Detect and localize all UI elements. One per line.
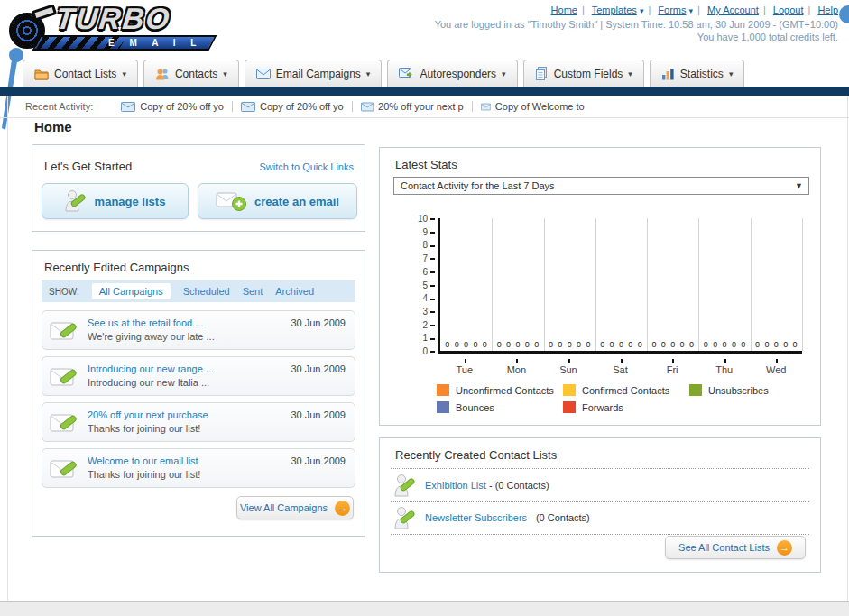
activity-item-label: Copy of 20% off yo <box>140 101 224 112</box>
logo-subtitle: E M A I L <box>108 38 202 48</box>
contact-activity-chart: 00000000000000000000000000000000000 0123… <box>393 218 808 381</box>
campaign-date: 30 Jun 2009 <box>291 317 346 328</box>
tab-statistics[interactable]: Statistics ▾ <box>650 60 745 87</box>
tab-custom-fields[interactable]: Custom Fields ▾ <box>523 60 644 87</box>
email-campaigns-icon <box>256 69 271 79</box>
manage-lists-button[interactable]: manage lists <box>42 183 189 219</box>
latest-stats-panel: Latest Stats Contact Activity for the La… <box>379 147 821 426</box>
recent-activity-bar: Recent Activity: Copy of 20% off yo Copy… <box>0 96 849 118</box>
filter-all-campaigns[interactable]: All Campaigns <box>92 283 171 299</box>
x-axis-label: Sun <box>542 358 595 375</box>
create-an-email-label: create an email <box>254 195 339 208</box>
nav-link-forms[interactable]: Forms <box>658 5 686 15</box>
recent-activity-label: Recent Activity: <box>25 101 93 112</box>
data-value-label: 0 <box>680 340 685 349</box>
campaign-row[interactable]: 20% off your next purchase Thanks for jo… <box>42 402 355 442</box>
data-value-label: 0 <box>793 340 798 349</box>
view-all-campaigns-button[interactable]: View All Campaigns → <box>236 496 354 519</box>
nav-link-templates[interactable]: Templates <box>592 5 637 15</box>
filter-scheduled[interactable]: Scheduled <box>183 286 230 297</box>
separator: | <box>807 5 810 15</box>
tab-autoresponders[interactable]: Autoresponders ▾ <box>387 60 517 87</box>
caret-down-icon: ▾ <box>640 6 644 15</box>
chart-day-group: 00000 <box>647 218 698 351</box>
legend-item: Unconfirmed Contacts <box>437 384 563 396</box>
contact-list-link[interactable]: Exhibition List - (0 Contacts) <box>425 480 549 491</box>
contact-list-row[interactable]: Newsletter Subscribers - (0 Contacts) <box>394 505 809 532</box>
filter-archived[interactable]: Archived <box>275 286 314 297</box>
chart-day-group: 00000 <box>751 218 802 351</box>
data-value-label: 0 <box>525 340 530 349</box>
dotted-separator <box>391 501 809 502</box>
tab-email-campaigns[interactable]: Email Campaigns ▾ <box>245 60 383 87</box>
recent-activity-item[interactable]: Copy of Welcome to <box>473 101 593 112</box>
gridline <box>544 218 545 351</box>
arrow-right-icon: → <box>777 540 792 556</box>
campaign-title-link[interactable]: See us at the retail food ... <box>88 317 203 328</box>
campaign-subtitle: Introducing our new Italia ... <box>88 377 209 388</box>
campaign-row[interactable]: Welcome to our email list Thanks for joi… <box>42 448 355 488</box>
caret-down-icon: ▾ <box>223 69 227 78</box>
caret-down-icon: ▾ <box>502 69 506 78</box>
caret-down-icon: ▾ <box>729 69 734 78</box>
statistics-icon <box>661 68 675 80</box>
see-all-contact-lists-label: See All Contact Lists <box>678 542 770 553</box>
chart-day-group: 00000 <box>492 218 543 351</box>
data-value-label: 0 <box>534 340 539 349</box>
recent-activity-item[interactable]: Copy of 20% off yo <box>233 101 353 112</box>
recent-activity-item[interactable]: Copy of 20% off yo <box>113 101 233 112</box>
stats-report-dropdown[interactable]: Contact Activity for the Last 7 Days ▼ <box>393 177 809 195</box>
manage-lists-label: manage lists <box>95 195 166 208</box>
contact-list-count: - (0 Contacts) <box>489 480 549 491</box>
data-value-label: 0 <box>464 340 468 349</box>
nav-link-home[interactable]: Home <box>551 5 577 15</box>
x-axis-label: Tue <box>438 358 491 375</box>
data-value-label: 0 <box>704 340 708 349</box>
legend-swatch <box>563 401 576 413</box>
envelope-pencil-icon <box>50 411 80 436</box>
campaign-row[interactable]: See us at the retail food ... We're givi… <box>42 310 355 350</box>
y-axis-tick: 6 <box>399 267 435 277</box>
arrow-right-icon: → <box>335 501 350 516</box>
nav-link-logout[interactable]: Logout <box>773 5 804 15</box>
nav-link-help[interactable]: Help <box>817 5 838 15</box>
activity-item-label: Copy of 20% off yo <box>260 101 344 112</box>
see-all-contact-lists-button[interactable]: See All Contact Lists → <box>665 536 806 559</box>
contact-lists-title: Recently Created Contact Lists <box>395 448 557 462</box>
campaign-title-link[interactable]: Introducing our new range ... <box>88 363 214 374</box>
contact-list-row[interactable]: Exhibition List - (0 Contacts) <box>394 473 809 500</box>
data-value-label: 0 <box>506 340 511 349</box>
chart-legend: Unconfirmed ContactsConfirmed ContactsUn… <box>437 384 816 413</box>
turbo-pipe-icon <box>32 4 57 21</box>
legend-swatch <box>689 384 702 396</box>
stats-dropdown-value: Contact Activity for the Last 7 Days <box>401 180 555 191</box>
logo-title: TURBO <box>54 2 172 36</box>
recent-activity-item[interactable]: 20% off your next p <box>353 101 473 112</box>
navy-divider-bar <box>0 87 849 96</box>
contact-list-name: Newsletter Subscribers <box>425 512 527 523</box>
tab-label: Statistics <box>680 68 724 80</box>
data-value-label: 0 <box>689 340 694 349</box>
switch-to-quick-links[interactable]: Switch to Quick Links <box>259 161 354 172</box>
data-value-label: 0 <box>638 340 642 349</box>
x-axis-label: Fri <box>646 358 698 375</box>
tab-contact-lists[interactable]: Contact Lists ▾ <box>23 60 138 87</box>
nav-link-my-account[interactable]: My Account <box>707 5 759 15</box>
filter-sent[interactable]: Sent <box>243 286 263 297</box>
contact-list-link[interactable]: Newsletter Subscribers - (0 Contacts) <box>425 512 590 523</box>
envelope-pencil-icon <box>50 319 80 344</box>
legend-item: Unsubscribes <box>689 384 816 396</box>
campaign-date: 30 Jun 2009 <box>291 409 346 420</box>
callout-dot-right <box>839 5 849 23</box>
autoresponders-icon <box>399 68 414 80</box>
create-an-email-button[interactable]: create an email <box>198 183 357 219</box>
campaigns-title: Recently Edited Campaigns <box>44 261 189 274</box>
legend-label: Unsubscribes <box>708 385 769 396</box>
campaign-title-link[interactable]: Welcome to our email list <box>88 455 198 466</box>
credits-text: You have 1,000 total credits left. <box>697 32 838 42</box>
campaign-title-link[interactable]: 20% off your next purchase <box>88 409 208 420</box>
campaign-row[interactable]: Introducing our new range ... Introducin… <box>42 356 355 396</box>
data-value-label: 0 <box>600 340 604 349</box>
tab-contacts[interactable]: Contacts ▾ <box>143 60 239 87</box>
envelope-plus-icon <box>216 190 246 212</box>
